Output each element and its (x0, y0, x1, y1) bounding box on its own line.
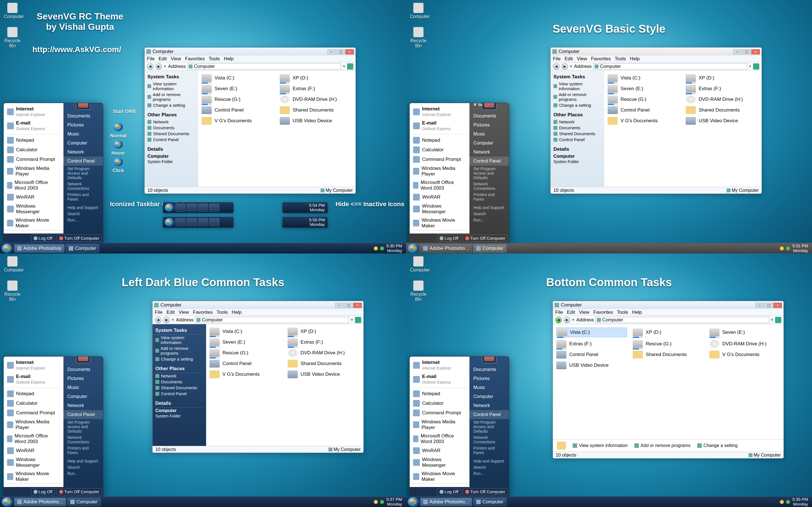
start-right-lower[interactable]: Help and Support (469, 205, 509, 211)
explorer-titlebar[interactable]: Computer–▢× (553, 301, 783, 309)
nav-forward-button[interactable]: ► (564, 317, 570, 323)
start-right-sub[interactable]: Network Connections (63, 181, 103, 191)
explorer-titlebar[interactable]: Computer–▢× (153, 301, 363, 309)
taskbar-btn-photoshop[interactable]: Adobe Photoshop (14, 244, 64, 252)
task-item[interactable]: Change a setting (553, 102, 602, 108)
drive-item[interactable]: Vista (C:) (202, 74, 274, 82)
place-item[interactable]: Documents (553, 125, 602, 131)
start-app-item[interactable]: Windows Media Player (411, 418, 468, 432)
task-item[interactable]: View system information (553, 81, 602, 92)
drive-item[interactable]: Control Panel (209, 360, 282, 368)
system-tray[interactable]: 5:37 PMMonday (371, 497, 404, 506)
place-documents[interactable]: Documents (147, 125, 196, 131)
explorer-titlebar[interactable]: Computer –▢× (145, 48, 356, 55)
start-app-item[interactable]: WinRAR (5, 192, 62, 202)
nav-back-button[interactable]: ◄ (553, 63, 560, 70)
start-app-item[interactable]: Windows Messenger (411, 455, 468, 469)
drive-item[interactable]: Extras (F:) (280, 85, 352, 93)
explorer-window[interactable]: Computer –▢× File Edit View Favorites To… (144, 47, 356, 194)
task-change-setting[interactable]: Change a setting (147, 102, 196, 108)
taskbar-icon-button[interactable] (175, 218, 186, 226)
drive-item[interactable]: USB Video Device (686, 117, 758, 125)
drive-item[interactable]: Extras (F:) (686, 85, 758, 93)
taskbar-btn-computer[interactable]: Computer (67, 498, 101, 506)
turnoff-button[interactable]: Turn Off Computer (463, 488, 508, 495)
drive-item[interactable]: Seven (E:) (709, 328, 780, 337)
address-input[interactable]: Computer (195, 317, 349, 323)
drive-item[interactable]: Vista (C:) (209, 328, 282, 335)
start-app-item[interactable]: Notepad (5, 135, 62, 145)
drive-item[interactable]: Shared Documents (633, 351, 703, 358)
start-app-item[interactable]: Microsoft Office Word 2003 (411, 178, 468, 192)
start-right-item-selected[interactable]: Control Panel (63, 157, 103, 166)
start-right-lower[interactable]: Run... (63, 217, 103, 223)
start-app-item[interactable]: Command Prompt (5, 408, 62, 418)
turnoff-button[interactable]: Turn Off Computer (463, 235, 508, 242)
task-view-sysinfo[interactable]: View system information (147, 81, 196, 92)
menu-view[interactable]: View (577, 56, 587, 62)
drive-item[interactable]: Shared Documents (280, 106, 352, 114)
start-app-item[interactable]: Command Prompt (411, 155, 468, 164)
start-pinned-item[interactable]: InternetInternet Explorer (411, 105, 468, 119)
tray-icon[interactable] (374, 246, 378, 250)
drive-item[interactable]: Rescue (G:) (608, 96, 680, 103)
start-right-item[interactable]: Music (469, 383, 509, 392)
menu-favorites[interactable]: Favorites (185, 56, 205, 62)
start-pinned-item[interactable]: E-mailOutlook Express (411, 119, 468, 133)
maximize-button[interactable]: ▢ (336, 49, 345, 54)
place-shared-docs[interactable]: Shared Documents (147, 131, 196, 136)
tray-icon[interactable] (380, 246, 384, 250)
taskbar-icon-button[interactable] (198, 204, 208, 212)
start-right-sub[interactable]: Set Program Access and Defaults (469, 419, 509, 434)
system-tray[interactable]: 5:30 PMMonday (371, 244, 404, 253)
start-app-item[interactable]: WinRAR (411, 446, 468, 455)
start-right-item[interactable]: Documents (469, 365, 509, 374)
drive-item[interactable]: USB Video Device (288, 371, 360, 378)
start-right-lower[interactable]: Run... (469, 470, 509, 476)
taskbar[interactable]: Adobe Photosho... Computer 5:35 PMMonday (406, 496, 812, 507)
close-button[interactable]: × (773, 303, 782, 308)
explorer-titlebar[interactable]: Computer –▢× (551, 48, 762, 55)
start-right-item[interactable]: Documents (469, 112, 509, 121)
drive-item[interactable]: Control Panel (556, 351, 627, 358)
minimize-button[interactable]: – (755, 303, 764, 308)
start-app-item[interactable]: Microsoft Office Word 2003 (5, 432, 62, 446)
taskbar-icon-button[interactable] (198, 218, 208, 226)
maximize-button[interactable]: ▢ (742, 49, 751, 54)
drive-item[interactable]: DVD-RAM Drive (H:) (288, 349, 360, 357)
menu-view[interactable]: View (171, 56, 181, 62)
taskbar-btn-photoshop[interactable]: Adobe Photosho... (14, 498, 66, 506)
start-right-lower[interactable]: Help and Support (469, 458, 509, 464)
drive-item[interactable]: Seven (E:) (209, 338, 282, 346)
drive-item[interactable]: USB Video Device (556, 361, 627, 369)
start-pinned-item[interactable]: InternetInternet Explorer (5, 358, 62, 372)
start-app-item[interactable]: Windows Movie Maker (5, 216, 62, 230)
go-button[interactable] (355, 317, 361, 323)
address-input[interactable]: Computer (187, 63, 341, 69)
taskbar-icon-button[interactable] (187, 204, 197, 212)
nav-forward-button[interactable]: ► (561, 63, 568, 70)
maximize-button[interactable]: ▢ (344, 303, 353, 308)
start-right-sub[interactable]: Printers and Faxes (469, 191, 509, 202)
start-app-item[interactable]: Microsoft Office Word 2003 (5, 178, 62, 192)
drive-item[interactable]: Shared Documents (686, 106, 758, 114)
drive-item[interactable]: Rescue (G:) (209, 349, 282, 357)
user-avatar[interactable] (482, 356, 497, 363)
start-orb[interactable] (2, 497, 13, 507)
user-avatar[interactable] (482, 103, 497, 110)
start-app-item[interactable]: Windows Movie Maker (411, 216, 468, 230)
go-button[interactable] (753, 63, 759, 69)
start-app-item[interactable]: Notepad (411, 135, 468, 145)
start-right-lower[interactable]: Search (63, 211, 103, 217)
turnoff-button[interactable]: Turn Off Computer (57, 488, 102, 495)
start-app-item[interactable]: Calculator (5, 145, 62, 155)
system-tray[interactable]: 5:35 PMMonday (777, 497, 810, 506)
start-right-item[interactable]: Documents (63, 365, 103, 374)
start-app-item[interactable]: Windows Messenger (5, 455, 62, 469)
start-app-item[interactable]: Command Prompt (5, 155, 62, 164)
start-app-item[interactable]: Calculator (5, 399, 62, 408)
start-right-lower[interactable]: Search (469, 464, 509, 470)
drive-item[interactable]: Rescue (G:) (633, 340, 703, 348)
drive-item[interactable]: Extras (F:) (288, 338, 360, 346)
maximize-button[interactable]: ▢ (764, 303, 773, 308)
